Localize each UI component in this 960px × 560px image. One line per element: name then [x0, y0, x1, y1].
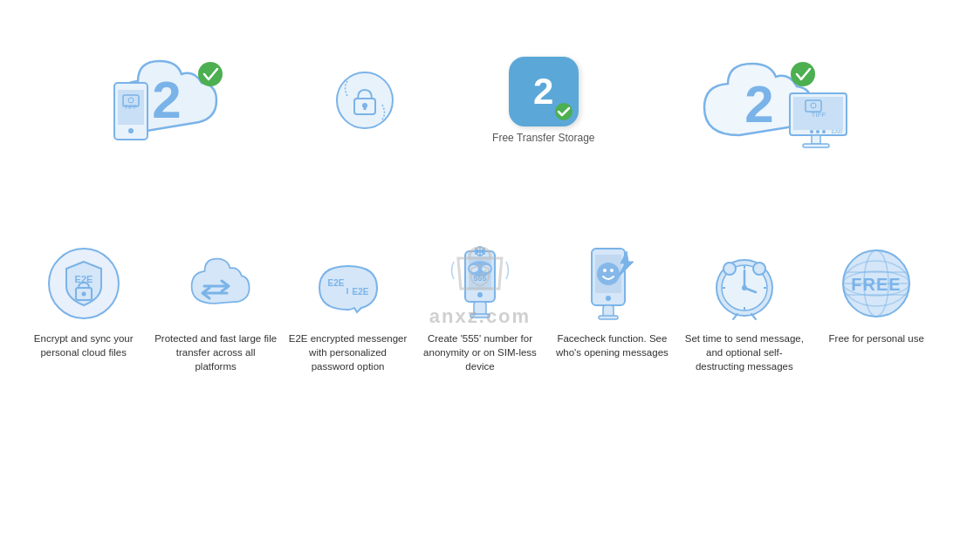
svg-text:FREE: FREE	[852, 275, 902, 294]
feature-item-facecheck: Facecheck function. See who's opening me…	[551, 244, 673, 359]
free-badge-icon: FREE	[837, 244, 915, 323]
feature-label-facecheck: Facecheck function. See who's opening me…	[551, 331, 673, 359]
svg-point-53	[606, 296, 611, 301]
svg-point-23	[816, 130, 819, 133]
top-item-cloud-monitor: 2 TIFF EAR	[687, 31, 861, 170]
svg-text:555: 555	[473, 274, 486, 283]
feature-label-free-personal: Free for personal use	[829, 331, 924, 345]
cloud-phone-icon: 2 TIFF	[99, 31, 238, 170]
svg-point-60	[723, 263, 736, 275]
svg-point-4	[128, 128, 134, 133]
svg-text:E2E: E2E	[352, 287, 368, 297]
cloud-monitor-icon: 2 TIFF EAR	[687, 31, 861, 170]
top-item-lock	[330, 65, 400, 135]
feature-item-timed-message: Set time to send message, and optional s…	[683, 244, 806, 373]
e2e-chat-icon: E2E E2E	[309, 244, 387, 323]
svg-point-38	[470, 265, 478, 272]
svg-point-52	[610, 269, 614, 272]
svg-point-14	[791, 62, 815, 86]
svg-rect-55	[599, 316, 618, 319]
top-item-cloud-phone: 2 TIFF	[99, 31, 238, 170]
svg-point-29	[81, 292, 86, 297]
feature-item-e2e-messenger: E2E E2E E2E encrypted messenger with per…	[287, 244, 409, 373]
svg-text:2: 2	[744, 75, 773, 133]
feature-label-fast-transfer: Protected and fast large file transfer a…	[154, 331, 277, 373]
svg-point-39	[482, 265, 490, 272]
app-icon-label: Free Transfer Storage	[492, 132, 594, 144]
feature-label-e2e-encrypt: Encrypt and sync your personal cloud fil…	[23, 331, 145, 359]
svg-point-50	[597, 263, 620, 285]
bottom-section: E2E Encrypt and sync your personal cloud…	[0, 209, 960, 391]
svg-text:2: 2	[152, 71, 181, 129]
page-wrapper: 2 TIFF	[0, 0, 960, 560]
mask-phone-icon: 555	[441, 244, 519, 323]
feature-item-e2e-encrypt: E2E Encrypt and sync your personal cloud…	[23, 244, 145, 359]
top-section: 2 TIFF	[0, 0, 960, 192]
app-icon-number: 2	[533, 73, 553, 110]
svg-rect-17	[812, 135, 820, 144]
svg-text:E2E: E2E	[327, 278, 344, 288]
svg-rect-47	[470, 314, 490, 318]
top-item-appicon: 2 Free Transfer Storage	[492, 57, 594, 144]
app-icon-box: 2	[509, 57, 579, 126]
feature-item-fast-transfer: Protected and fast large file transfer a…	[154, 244, 277, 373]
svg-rect-11	[364, 106, 367, 110]
svg-point-41	[477, 292, 483, 297]
lock-transfer-icon	[330, 65, 400, 135]
feature-item-free-personal: FREE Free for personal use	[815, 244, 937, 345]
svg-point-1	[198, 62, 223, 86]
svg-point-22	[810, 130, 813, 133]
e2e-lock-icon: E2E	[45, 244, 123, 323]
feature-label-555-number: Create '555' number for anonymity or on …	[419, 331, 541, 373]
svg-point-51	[603, 269, 607, 272]
feature-label-e2e-messenger: E2E encrypted messenger with personalize…	[287, 331, 409, 373]
facecheck-icon	[573, 244, 651, 323]
feature-label-timed-message: Set time to send message, and optional s…	[683, 331, 806, 373]
svg-point-24	[822, 130, 826, 133]
svg-point-68	[742, 285, 747, 290]
cloud-arrows-icon	[176, 244, 255, 323]
alarm-clock-icon	[705, 244, 784, 323]
svg-rect-18	[803, 144, 829, 147]
svg-point-8	[337, 72, 393, 128]
feature-item-555-number: 555 Create '555' number for anonymity or…	[419, 244, 541, 373]
svg-text:EAR: EAR	[832, 129, 843, 134]
app-icon-check	[554, 102, 573, 121]
svg-point-61	[753, 263, 765, 275]
